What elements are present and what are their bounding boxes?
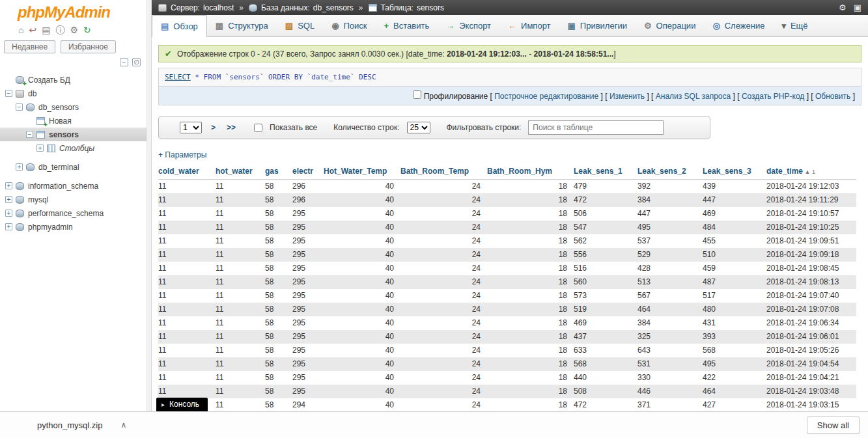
show-all-label[interactable]: Показать все [270, 123, 317, 132]
cell-bath-room-hym[interactable]: 18 [487, 357, 574, 371]
cell-bath-room-hym[interactable]: 18 [487, 262, 574, 275]
collapse-all-icon[interactable]: − [120, 58, 128, 66]
refresh-link[interactable]: Обновить [815, 92, 850, 101]
cell-bath-room-hym[interactable]: 18 [487, 371, 574, 385]
cell-leak-sens-3[interactable]: 464 [703, 385, 766, 398]
tab-structure[interactable]: ▦Структура [207, 15, 277, 36]
expand-icon[interactable]: + [5, 196, 12, 203]
cell-hot-water-temp[interactable]: 40 [324, 234, 400, 248]
cell-leak-sens-2[interactable]: 384 [637, 316, 703, 330]
cell-leak-sens-2[interactable]: 529 [637, 248, 703, 262]
cell-cold-water[interactable]: 11 [158, 207, 216, 221]
cell-cold-water[interactable]: 11 [158, 180, 216, 193]
cell-gas[interactable]: 58 [265, 234, 292, 248]
cell-date-time[interactable]: 2018-01-24 19:03:48 [766, 385, 856, 398]
cell-bath-room-temp[interactable]: 24 [400, 357, 487, 371]
cell-hot-water-temp[interactable]: 40 [324, 193, 400, 207]
cell-electr[interactable]: 295 [292, 357, 324, 371]
cell-hot-water[interactable]: 11 [216, 262, 265, 275]
cell-electr[interactable]: 295 [292, 344, 324, 357]
cell-cold-water[interactable]: 11 [158, 330, 216, 344]
cell-hot-water-temp[interactable]: 40 [324, 344, 400, 357]
chevron-up-icon[interactable]: ∧ [120, 420, 126, 430]
cell-gas[interactable]: 58 [265, 303, 292, 316]
column-header-leak-sens-3[interactable]: Leak_sens_3 [703, 163, 766, 180]
cell-bath-room-temp[interactable]: 24 [400, 385, 487, 398]
tab-search[interactable]: ◉Поиск [323, 15, 375, 36]
tab-insert[interactable]: +Вставить [376, 15, 438, 36]
cell-gas[interactable]: 58 [265, 248, 292, 262]
cell-leak-sens-3[interactable]: 431 [703, 316, 766, 330]
cell-gas[interactable]: 58 [265, 371, 292, 385]
cell-leak-sens-2[interactable]: 495 [637, 221, 703, 234]
cell-date-time[interactable]: 2018-01-24 19:07:08 [766, 303, 856, 316]
cell-gas[interactable]: 58 [265, 221, 292, 234]
tab-operations[interactable]: ⚙Операции [636, 15, 704, 36]
favorite-tables-dropdown[interactable]: Избранное [61, 40, 116, 53]
cell-hot-water[interactable]: 11 [216, 330, 265, 344]
cell-hot-water-temp[interactable]: 40 [324, 357, 400, 371]
cell-electr[interactable]: 294 [292, 398, 324, 412]
cell-leak-sens-1[interactable]: 472 [574, 398, 637, 412]
column-header-hot-water-temp[interactable]: Hot_Water_Temp [324, 163, 400, 180]
cell-bath-room-hym[interactable]: 18 [487, 398, 574, 412]
cell-bath-room-temp[interactable]: 24 [400, 303, 487, 316]
last-page-link[interactable]: >> [225, 123, 238, 132]
cell-leak-sens-3[interactable]: 427 [703, 398, 766, 412]
cell-hot-water-temp[interactable]: 40 [324, 207, 400, 221]
cell-gas[interactable]: 58 [265, 275, 292, 289]
cell-gas[interactable]: 58 [265, 344, 292, 357]
cell-leak-sens-3[interactable]: 568 [703, 344, 766, 357]
nav-scrollbar[interactable] [147, 0, 151, 411]
cell-leak-sens-2[interactable]: 371 [637, 398, 703, 412]
cell-gas[interactable]: 58 [265, 262, 292, 275]
cell-leak-sens-2[interactable]: 531 [637, 357, 703, 371]
cell-leak-sens-3[interactable]: 510 [703, 248, 766, 262]
cell-hot-water[interactable]: 11 [216, 207, 265, 221]
rows-count-select[interactable]: 25 [407, 122, 430, 133]
cell-leak-sens-1[interactable]: 573 [574, 289, 637, 303]
tab-browse[interactable]: ▤Обзор [152, 15, 207, 37]
cell-leak-sens-3[interactable]: 439 [703, 180, 766, 193]
breadcrumb-table-link[interactable]: sensors [417, 3, 444, 12]
cell-gas[interactable]: 58 [265, 398, 292, 412]
column-header-bath-room-temp[interactable]: Bath_Room_Temp [400, 163, 487, 180]
console-toggle[interactable]: ▸ Консоль [156, 398, 208, 411]
cell-leak-sens-3[interactable]: 459 [703, 262, 766, 275]
edit-link[interactable]: Изменить [609, 92, 645, 101]
cell-electr[interactable]: 295 [292, 262, 324, 275]
cell-electr[interactable]: 295 [292, 248, 324, 262]
cell-leak-sens-1[interactable]: 508 [574, 385, 637, 398]
cell-leak-sens-3[interactable]: 517 [703, 289, 766, 303]
column-header-leak-sens-1[interactable]: Leak_sens_1 [574, 163, 637, 180]
cell-leak-sens-3[interactable]: 487 [703, 275, 766, 289]
cell-cold-water[interactable]: 11 [158, 275, 216, 289]
cell-bath-room-temp[interactable]: 24 [400, 344, 487, 357]
cell-gas[interactable]: 58 [265, 330, 292, 344]
logout-icon[interactable]: ↩ [29, 25, 36, 34]
cell-date-time[interactable]: 2018-01-24 19:12:03 [766, 180, 856, 193]
cell-bath-room-hym[interactable]: 18 [487, 234, 574, 248]
cell-date-time[interactable]: 2018-01-24 19:09:18 [766, 248, 856, 262]
cell-hot-water[interactable]: 11 [216, 193, 265, 207]
cell-leak-sens-2[interactable]: 428 [637, 262, 703, 275]
cell-hot-water-temp[interactable]: 40 [324, 289, 400, 303]
cell-electr[interactable]: 296 [292, 180, 324, 193]
cell-date-time[interactable]: 2018-01-24 19:07:40 [766, 289, 856, 303]
expand-icon[interactable]: + [5, 182, 12, 189]
cell-electr[interactable]: 295 [292, 289, 324, 303]
cell-bath-room-hym[interactable]: 18 [487, 193, 574, 207]
cell-leak-sens-2[interactable]: 643 [637, 344, 703, 357]
cell-leak-sens-3[interactable]: 447 [703, 193, 766, 207]
cell-bath-room-hym[interactable]: 18 [487, 180, 574, 193]
tab-more[interactable]: ▾Ещё [773, 15, 816, 36]
dock-panel-icon[interactable]: ▣ [854, 3, 861, 12]
cell-hot-water-temp[interactable]: 40 [324, 398, 400, 412]
cell-bath-room-temp[interactable]: 24 [400, 234, 487, 248]
phpmyadmin-logo[interactable]: phpMyAdmin [0, 0, 151, 23]
column-header-gas[interactable]: gas [265, 163, 292, 180]
cell-hot-water[interactable]: 11 [216, 371, 265, 385]
parameters-toggle[interactable]: + Параметры [158, 150, 206, 159]
sidebar-item-mysql[interactable]: +mysql [0, 193, 151, 206]
create-php-link[interactable]: Создать PHP-код [742, 92, 804, 101]
